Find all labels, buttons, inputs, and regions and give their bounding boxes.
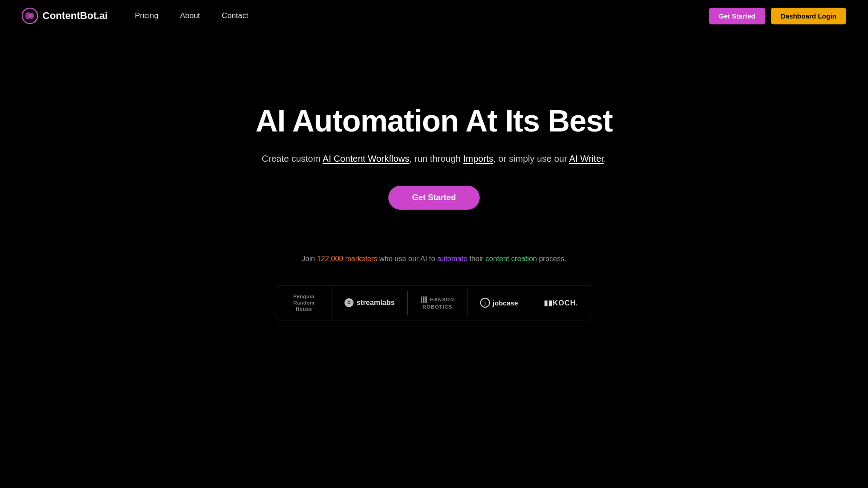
sp-mid2: their (467, 255, 486, 263)
logo-penguin: Penguin Random House (277, 286, 331, 320)
social-proof: Join 122,000 marketers who use our AI to… (277, 255, 592, 320)
get-started-hero-button[interactable]: Get Started (388, 186, 479, 210)
hero-section: AI Automation At Its Best Create custom … (0, 32, 868, 347)
hero-link-imports[interactable]: Imports (463, 154, 494, 164)
svg-point-2 (29, 13, 34, 19)
hero-link-writer[interactable]: AI Writer (569, 154, 604, 164)
sp-before: Join (302, 255, 317, 263)
logo-jobcase: j jobcase (467, 291, 531, 315)
nav-links: Pricing About Contact (135, 11, 248, 20)
koch-text: ▮▮KOCH. (544, 299, 579, 307)
hanson-icon (420, 296, 428, 303)
svg-rect-5 (423, 296, 425, 303)
svg-rect-6 (425, 296, 427, 303)
nav-contact[interactable]: Contact (222, 11, 249, 20)
logo-koch: ▮▮KOCH. (531, 291, 591, 314)
get-started-nav-button[interactable]: Get Started (709, 8, 765, 24)
nav-about[interactable]: About (180, 11, 200, 20)
sp-content-creation: content creation (486, 255, 537, 263)
hero-title: AI Automation At Its Best (255, 104, 613, 138)
hero-subtitle-mid2: , or simply use our (493, 154, 569, 164)
streamlabs-icon (344, 298, 354, 308)
hero-subtitle-mid1: , run through (410, 154, 463, 164)
logo-hanson: HANSON ROBOTICS (408, 289, 467, 317)
sp-after: process. (537, 255, 566, 263)
sp-mid1: who use our AI to (377, 255, 438, 263)
streamlabs-text: streamlabs (357, 299, 395, 307)
jobcase-text: jobcase (493, 299, 518, 307)
jobcase-circle-icon: j (480, 298, 490, 308)
hero-link-workflows[interactable]: AI Content Workflows (323, 154, 410, 164)
nav-pricing[interactable]: Pricing (135, 11, 158, 20)
dashboard-login-button[interactable]: Dashboard Login (771, 8, 846, 24)
sp-automate: automate (437, 255, 467, 263)
svg-rect-4 (421, 296, 422, 303)
hero-subtitle-after: . (604, 154, 606, 164)
nav-right: Get Started Dashboard Login (709, 8, 846, 24)
logo-streamlabs: streamlabs (331, 291, 408, 315)
logo-text: ContentBot.ai (42, 10, 108, 22)
hero-subtitle-before: Create custom (262, 154, 323, 164)
logos-row: Penguin Random House streamlabs (277, 286, 592, 320)
sp-marketers: 122,000 marketers (317, 255, 377, 263)
logo-icon (22, 8, 38, 24)
logo-link[interactable]: ContentBot.ai (22, 8, 108, 24)
navbar: ContentBot.ai Pricing About Contact Get … (0, 0, 868, 32)
social-proof-text: Join 122,000 marketers who use our AI to… (302, 255, 566, 263)
hero-subtitle: Create custom AI Content Workflows, run … (262, 151, 606, 166)
